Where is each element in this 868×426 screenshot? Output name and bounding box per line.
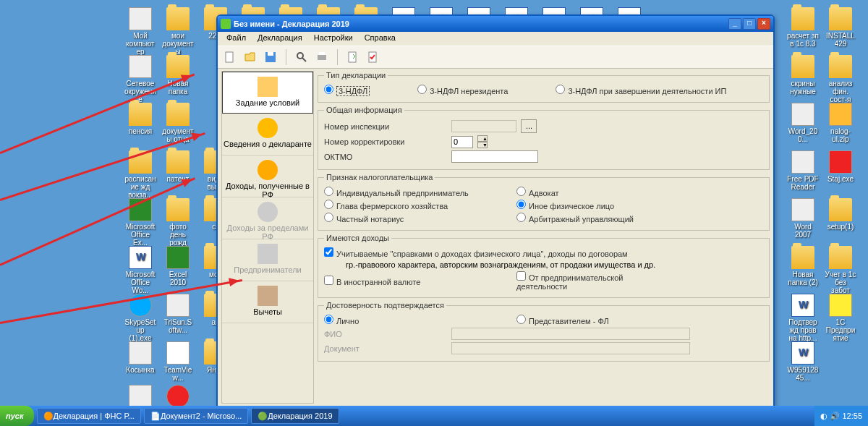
- spin-down-button[interactable]: ▼: [477, 142, 488, 148]
- menu-settings[interactable]: Настройки: [308, 32, 359, 46]
- toolbar: [218, 46, 773, 69]
- check-button[interactable]: [365, 49, 381, 65]
- desktop-icon[interactable]: скрины нужные: [787, 55, 819, 95]
- desktop-icon[interactable]: пенсия: [124, 103, 156, 135]
- separator: [337, 49, 338, 65]
- radio-3ndfl[interactable]: 3-НДФЛ: [324, 85, 370, 95]
- label: Номер корректировки: [324, 137, 447, 146]
- nav-deductions[interactable]: Вычеты: [222, 281, 313, 323]
- input-correction[interactable]: [451, 136, 473, 148]
- svg-rect-5: [318, 55, 326, 60]
- nav-conditions[interactable]: Задание условий: [222, 72, 313, 114]
- group-declaration-type: Тип декларации 3-НДФЛ 3-НДФЛ нерезидента…: [318, 71, 770, 103]
- spin-up-button[interactable]: ▲: [477, 135, 488, 142]
- legend: Имеются доходы: [324, 234, 391, 242]
- nav-label: Вычеты: [222, 307, 313, 316]
- legend: Тип декларации: [324, 71, 388, 80]
- nav-label: Сведения о декларанте: [222, 140, 313, 148]
- svg-rect-6: [319, 52, 325, 55]
- desktop-icon[interactable]: фото день рожд: [162, 198, 194, 247]
- minimize-button[interactable]: _: [728, 18, 741, 30]
- input-fio: [451, 328, 690, 340]
- app-window-declaration: Без имени - Декларация 2019 _ □ × Файл Д…: [216, 14, 775, 409]
- desktop-icon[interactable]: Staj.exe: [825, 150, 856, 183]
- check-foreign-currency[interactable]: В иностранной валюте: [324, 276, 512, 286]
- document-icon: [224, 51, 236, 63]
- svg-point-3: [297, 53, 303, 59]
- save-button[interactable]: [263, 49, 278, 65]
- export-button[interactable]: [345, 49, 361, 65]
- printer-icon: [316, 51, 328, 63]
- nav-label: Задание условий: [223, 98, 312, 107]
- nav-panel: Задание условий Сведения о декларанте До…: [221, 71, 314, 404]
- desktop-icon[interactable]: Word 2007: [787, 198, 819, 239]
- desktop-icon[interactable]: TriSun.Softw...: [162, 294, 194, 334]
- task-declaration[interactable]: 🟢 Декларация 2019: [251, 408, 339, 424]
- radio-lawyer[interactable]: Адвокат: [516, 187, 639, 197]
- nav-declarant[interactable]: Сведения о декларанте: [222, 114, 313, 156]
- desktop-icon[interactable]: setup(1): [825, 198, 856, 231]
- desktop-icon[interactable]: nalog-ul.zip: [825, 103, 856, 143]
- radio-3ndfl-nonresident[interactable]: 3-НДФЛ нерезидента: [417, 85, 508, 95]
- label: Документ: [324, 344, 447, 353]
- radio-ip[interactable]: Индивидуальный предприниматель: [324, 187, 512, 197]
- desktop-icon-my-computer[interactable]: Мой компьютер: [124, 7, 156, 56]
- radio-personal[interactable]: Лично: [324, 315, 512, 325]
- desktop-icon[interactable]: INSTALL429: [825, 7, 856, 48]
- maximize-button[interactable]: □: [743, 18, 756, 30]
- tray-icon[interactable]: 🔊: [830, 412, 840, 421]
- desktop-icon[interactable]: Word_200...: [787, 103, 819, 143]
- desktop-icon[interactable]: анализ фин. сост-я: [825, 55, 856, 103]
- menu-help[interactable]: Справка: [359, 32, 401, 46]
- print-button[interactable]: [314, 49, 330, 65]
- desktop-icon-word[interactable]: Microsoft Office Wo...: [124, 246, 156, 294]
- form-content: Тип декларации 3-НДФЛ 3-НДФЛ нерезидента…: [318, 71, 770, 404]
- tray-icon[interactable]: ◐: [820, 412, 827, 421]
- lookup-inspection-button[interactable]: ...: [521, 119, 537, 133]
- group-authenticity: Достоверность подтверждается ЛичноПредст…: [318, 301, 770, 362]
- desktop-icon[interactable]: Новая папка (2): [787, 246, 819, 286]
- desktop-icon[interactable]: Подтвержд прав на http...: [787, 294, 819, 342]
- desktop-icon-excel[interactable]: Excel 2010: [162, 246, 194, 286]
- desktop-icon[interactable]: W95912845...: [787, 341, 819, 382]
- radio-farm[interactable]: Глава фермерского хозяйства: [324, 200, 512, 210]
- open-button[interactable]: [242, 49, 258, 65]
- new-button[interactable]: [222, 49, 238, 65]
- preview-button[interactable]: [294, 49, 310, 65]
- nav-label: Предприниматели: [222, 265, 313, 274]
- nav-income-foreign[interactable]: Доходы за пределами РФ: [222, 197, 313, 239]
- desktop-icon[interactable]: Free PDF Reader: [787, 150, 819, 191]
- radio-arbitration[interactable]: Арбитражный управляющий: [516, 213, 639, 223]
- input-inspection[interactable]: [451, 120, 516, 132]
- titlebar[interactable]: Без имени - Декларация 2019 _ □ ×: [218, 16, 773, 32]
- task-word[interactable]: 📄 Документ2 - Microso...: [144, 408, 248, 424]
- nav-income-rf[interactable]: Доходы, полученные в РФ: [222, 156, 313, 197]
- radio-other-person[interactable]: Иное физическое лицо: [516, 200, 639, 210]
- check-entrepreneur[interactable]: От предпринимательской деятельности: [516, 271, 639, 291]
- desktop-icon[interactable]: расчет зп в 1с 8.3: [787, 7, 819, 48]
- input-oktmo[interactable]: [451, 150, 538, 163]
- menu-file[interactable]: Файл: [221, 32, 252, 46]
- menu-declaration[interactable]: Декларация: [252, 32, 308, 46]
- magnifier-icon: [296, 51, 307, 63]
- menubar: Файл Декларация Настройки Справка: [218, 32, 773, 46]
- legend: Общая информация: [324, 106, 404, 114]
- nav-label: Доходы за пределами РФ: [222, 223, 313, 241]
- check-income-certificates[interactable]: Учитываемые "справками о доходах физичес…: [324, 247, 628, 258]
- close-button[interactable]: ×: [757, 18, 770, 30]
- desktop-icon-solitaire[interactable]: Косынка: [124, 341, 156, 374]
- radio-notary[interactable]: Частный нотариус: [324, 213, 512, 223]
- desktop-icon[interactable]: Учет в 1с без забот: [825, 246, 856, 294]
- start-button[interactable]: пуск: [0, 406, 34, 426]
- task-opera[interactable]: 🟠 Декларация | ФНС Р...: [37, 408, 141, 424]
- system-tray[interactable]: ◐ 🔊 12:55: [814, 406, 868, 426]
- desktop-icon-teamviewer[interactable]: TeamView...: [162, 341, 194, 382]
- desktop-icon-1c[interactable]: 1С Предприятие: [825, 294, 856, 342]
- radio-representative[interactable]: Представителем - ФЛ: [516, 315, 639, 325]
- svg-rect-0: [226, 52, 233, 62]
- nav-entrepreneurs[interactable]: Предприниматели: [222, 239, 313, 281]
- legend: Признак налогоплательщика: [324, 173, 435, 182]
- client-area: Задание условий Сведения о декларанте До…: [219, 69, 772, 406]
- desktop-icon-my-documents[interactable]: мои документы: [162, 7, 194, 56]
- radio-3ndfl-ip[interactable]: 3-НДФЛ при завершении деятельности ИП: [556, 85, 726, 95]
